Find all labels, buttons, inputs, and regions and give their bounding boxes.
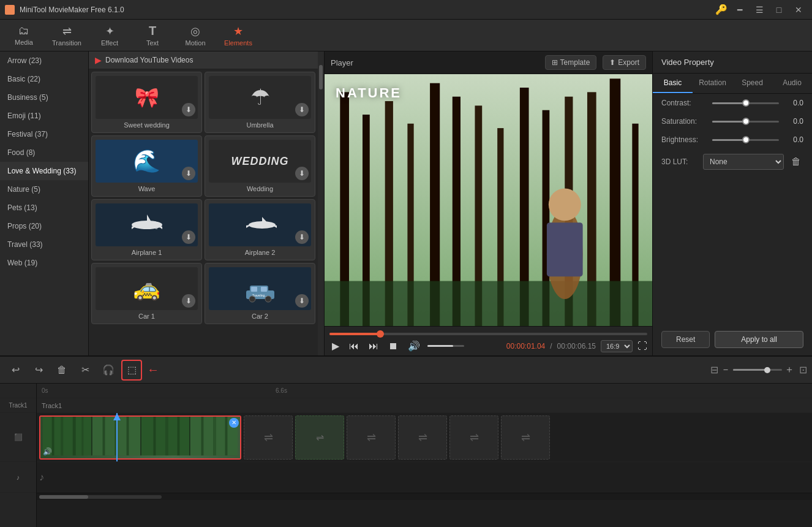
- cat-travel[interactable]: Travel (33): [0, 235, 88, 254]
- volume-button[interactable]: 🔊: [405, 339, 423, 353]
- close-button[interactable]: ✕: [790, 4, 807, 16]
- lut-select[interactable]: None Warm Cool Vintage: [703, 154, 784, 170]
- progress-bar[interactable]: [329, 333, 647, 335]
- svg-rect-54: [201, 415, 203, 455]
- cat-pets[interactable]: Pets (13): [0, 199, 88, 217]
- transition-slot-4[interactable]: ⇌: [398, 415, 447, 460]
- motion-icon: ◎: [190, 25, 200, 38]
- element-airplane1[interactable]: Traveling... ⬇ Airplane 1: [91, 199, 202, 260]
- car2-download[interactable]: ⬇: [295, 294, 309, 308]
- airplane2-thumb: ⬇: [209, 203, 311, 246]
- playhead[interactable]: [116, 413, 118, 461]
- element-wave[interactable]: 🌊 ⬇ Wave: [91, 135, 202, 197]
- motion-label: Motion: [185, 39, 205, 47]
- cat-festival[interactable]: Festival (37): [0, 125, 88, 143]
- cat-love-wedding[interactable]: Love & Wedding (33): [0, 162, 88, 180]
- transition-slot-1[interactable]: ⇌: [244, 415, 293, 460]
- volume-slider[interactable]: [427, 345, 464, 347]
- player-title: Player: [331, 58, 539, 67]
- youtube-icon: ▶: [95, 55, 102, 65]
- audio-track-row: ♪: [37, 462, 812, 493]
- cat-nature[interactable]: Nature (5): [0, 180, 88, 199]
- toolbar-effect[interactable]: ✦ Effect: [88, 21, 131, 50]
- sweet-wedding-download[interactable]: ⬇: [182, 103, 195, 116]
- reset-button[interactable]: Reset: [661, 331, 710, 348]
- umbrella-thumb: ☂ ⬇: [209, 76, 311, 119]
- crop-button[interactable]: ⬚: [121, 360, 142, 381]
- minimize-button[interactable]: ━: [731, 4, 748, 16]
- umbrella-download[interactable]: ⬇: [295, 103, 309, 116]
- element-wedding[interactable]: WEDDING ⬇ Wedding: [205, 135, 315, 197]
- cut-button[interactable]: ✂: [75, 360, 96, 381]
- redo-button[interactable]: ↪: [28, 360, 49, 381]
- panel-collapse-icon[interactable]: ⊟: [710, 364, 718, 376]
- airplane2-download[interactable]: ⬇: [295, 230, 309, 244]
- clip-close-button[interactable]: ✕: [229, 418, 239, 428]
- fit-icon[interactable]: ⊡: [799, 364, 807, 376]
- toolbar-transition[interactable]: ⇌ Transition: [45, 21, 88, 50]
- car1-download[interactable]: ⬇: [182, 294, 195, 308]
- download-bar[interactable]: ▶ Download YouTube Videos: [89, 51, 318, 69]
- wave-download[interactable]: ⬇: [182, 167, 195, 180]
- cat-arrow[interactable]: Arrow (23): [0, 51, 88, 70]
- fullscreen-button[interactable]: ⛶: [637, 341, 647, 352]
- element-airplane2[interactable]: ⬇ Airplane 2: [205, 199, 315, 260]
- stop-button[interactable]: ⏹: [386, 339, 400, 353]
- element-car2[interactable]: Traveling... ⬇ Car 2: [205, 263, 315, 324]
- element-umbrella[interactable]: ☂ ⬇ Umbrella: [205, 72, 315, 133]
- tab-audio[interactable]: Audio: [772, 74, 812, 93]
- transition-slot-6[interactable]: ⇌: [501, 415, 550, 460]
- toolbar-text[interactable]: T Text: [131, 21, 174, 50]
- transition-slot-2[interactable]: ⇌: [295, 415, 344, 460]
- wedding-download[interactable]: ⬇: [295, 167, 309, 180]
- airplane2-svg: [239, 210, 282, 240]
- progress-thumb[interactable]: [377, 330, 384, 338]
- toolbar-elements[interactable]: ★ Elements: [217, 21, 260, 50]
- tab-rotation[interactable]: Rotation: [693, 74, 732, 93]
- tab-basic[interactable]: Basic: [653, 74, 693, 93]
- video-clip[interactable]: 🔊 ✕: [39, 415, 241, 460]
- audio-button[interactable]: 🎧: [98, 360, 119, 381]
- play-button[interactable]: ▶: [329, 339, 342, 353]
- tab-speed[interactable]: Speed: [732, 74, 772, 93]
- left-panel-inner: Arrow (23) Basic (22) Business (5) Emoji…: [0, 51, 324, 355]
- apply-all-button[interactable]: Apply to all: [715, 331, 803, 348]
- zoom-out-button[interactable]: －: [721, 363, 731, 376]
- settings-button[interactable]: ☰: [751, 4, 768, 16]
- restore-button[interactable]: □: [770, 4, 788, 16]
- cat-emoji[interactable]: Emoji (11): [0, 107, 88, 125]
- h-scrollbar[interactable]: [37, 493, 812, 500]
- cat-business[interactable]: Business (5): [0, 88, 88, 107]
- export-button[interactable]: ⬆ Export: [603, 55, 646, 70]
- panel-scrollbar[interactable]: [318, 51, 324, 355]
- toolbar-motion[interactable]: ◎ Motion: [174, 21, 217, 50]
- timeline-content: Track1 ⬛ ♪ 0s 6.6s Track1: [0, 384, 812, 527]
- transition-slot-3[interactable]: ⇌: [347, 415, 396, 460]
- toolbar-media[interactable]: 🗂 Media: [2, 21, 45, 50]
- next-frame-button[interactable]: ⏭: [366, 339, 381, 353]
- lut-delete-button[interactable]: 🗑: [789, 155, 803, 169]
- effect-icon: ✦: [105, 25, 115, 38]
- saturation-slider[interactable]: [712, 121, 779, 123]
- transition-slot-5[interactable]: ⇌: [449, 415, 498, 460]
- prev-frame-button[interactable]: ⏮: [347, 339, 361, 353]
- airplane1-download[interactable]: ⬇: [182, 230, 195, 244]
- zoom-controls: ⊟ － ＋ ⊡: [710, 363, 807, 376]
- zoom-in-button[interactable]: ＋: [784, 363, 794, 376]
- aspect-ratio-select[interactable]: 16:9 9:16 1:1 4:3: [601, 340, 633, 352]
- element-car1[interactable]: 🚕 ⬇ Car 1: [91, 263, 202, 324]
- template-button[interactable]: ⊞ Template: [545, 55, 597, 70]
- contrast-slider[interactable]: [712, 102, 779, 104]
- tracks-area: 0s 6.6s Track1: [37, 384, 812, 527]
- element-sweet-wedding[interactable]: 🎀 ⬇ Sweet wedding: [91, 72, 202, 133]
- cat-food[interactable]: Food (8): [0, 143, 88, 162]
- lut-row: 3D LUT: None Warm Cool Vintage 🗑: [653, 149, 812, 175]
- brightness-slider[interactable]: [712, 139, 779, 141]
- progress-fill: [329, 333, 380, 335]
- zoom-slider[interactable]: [733, 369, 782, 371]
- cat-web[interactable]: Web (19): [0, 254, 88, 272]
- delete-button[interactable]: 🗑: [51, 360, 72, 381]
- undo-button[interactable]: ↩: [5, 360, 26, 381]
- cat-basic[interactable]: Basic (22): [0, 70, 88, 88]
- cat-props[interactable]: Props (20): [0, 217, 88, 235]
